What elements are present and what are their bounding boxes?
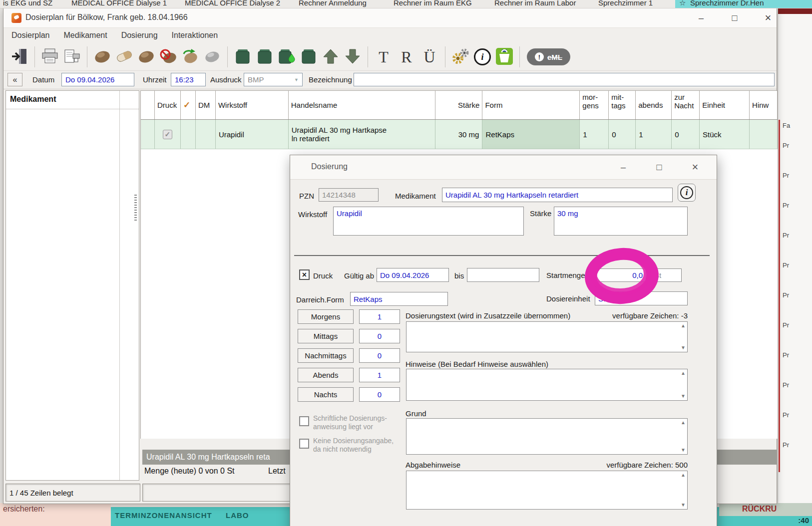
info-button[interactable]: i: [471, 45, 493, 68]
morgens-button[interactable]: Morgens: [298, 309, 354, 324]
gears-icon: [451, 47, 470, 67]
menge-label: Menge (heute) 0 von 0 St: [144, 467, 235, 476]
taskbar-tab-rechner-anmeldung[interactable]: Rechner Anmeldung: [299, 0, 367, 7]
tablet-recycle-button[interactable]: [179, 45, 201, 68]
close-button[interactable]: ×: [761, 11, 776, 25]
dosierungstext-textarea[interactable]: ▲ ▼: [406, 321, 688, 352]
datum-field[interactable]: Do 09.04.2026: [61, 73, 134, 86]
taskbar-tab-rechner-labor[interactable]: Rechner im Raum Labor: [494, 0, 576, 7]
abends-input[interactable]: 1: [359, 368, 400, 382]
mittags-button[interactable]: Mittags: [298, 329, 354, 343]
taskbar-tab-dialyse-2[interactable]: MEDICAL OFFICE Dialyse 2: [185, 0, 280, 7]
row-einheit-cell: Stück: [700, 120, 750, 149]
dialog-minimize-button[interactable]: –: [615, 160, 632, 174]
dialog-maximize-button[interactable]: □: [651, 160, 668, 174]
screen: ersicherten: TERMINZONENANSICHT LABO :40…: [0, 0, 812, 526]
basket-button[interactable]: [493, 45, 515, 68]
letter-u-button[interactable]: Ü: [418, 45, 441, 68]
dialog-titlebar: Dosierung – □ ×: [290, 155, 717, 180]
taskbar-tab-sprechzimmer-1[interactable]: Sprechzimmer 1: [598, 0, 653, 7]
minimize-button[interactable]: –: [694, 11, 709, 25]
menu-medikament[interactable]: Medikament: [63, 31, 107, 40]
collapse-button[interactable]: «: [7, 73, 22, 86]
capsule-button[interactable]: [113, 45, 135, 68]
taskbar-tab-dialyse-1[interactable]: MEDICAL OFFICE Dialyse 1: [71, 0, 167, 7]
grund-textarea[interactable]: ▲ ▼: [406, 418, 688, 455]
wirkstoff-field[interactable]: Urapidil: [333, 207, 524, 236]
letter-t-button[interactable]: T: [372, 45, 395, 68]
exit-button[interactable]: [8, 45, 30, 68]
bezeichnung-input[interactable]: [354, 73, 775, 86]
scroll-down-icon[interactable]: ▼: [681, 503, 686, 508]
scroll-up-icon[interactable]: ▲: [681, 323, 686, 328]
menu-dosierung[interactable]: Dosierung: [121, 31, 158, 40]
pzn-field[interactable]: 14214348: [319, 188, 379, 202]
folder-button-3[interactable]: [298, 45, 320, 68]
staerke-field[interactable]: 30 mg: [554, 207, 688, 236]
right-strip-label: Pr: [783, 381, 789, 389]
hinweise-textarea[interactable]: ▲ ▼: [406, 369, 688, 401]
col-einheit: Einheit: [700, 91, 750, 119]
arrow-down-icon: [344, 48, 362, 66]
scroll-down-icon[interactable]: ▼: [681, 448, 686, 453]
keine-dosierungsangabe-checkbox[interactable]: [299, 439, 309, 449]
taskbar-tab-sprechzimmer-dr[interactable]: Sprechzimmer Dr.Hen: [690, 0, 764, 7]
ausdruck-select[interactable]: BMP ▼: [244, 73, 303, 86]
morgens-input[interactable]: 1: [359, 309, 400, 324]
scroll-up-icon[interactable]: ▲: [681, 371, 686, 376]
uhrzeit-field[interactable]: 16:23: [171, 73, 206, 86]
folder-button-1[interactable]: [232, 45, 254, 68]
scroll-up-icon[interactable]: ▲: [681, 473, 686, 478]
move-down-button[interactable]: [342, 45, 364, 68]
scroll-down-icon[interactable]: ▼: [681, 394, 686, 399]
print-preview-button[interactable]: [61, 45, 83, 68]
medication-info-button[interactable]: i: [678, 184, 696, 202]
maximize-button[interactable]: □: [727, 11, 742, 25]
mittags-input[interactable]: 0: [359, 329, 400, 343]
druck-checkbox[interactable]: ×: [299, 269, 310, 280]
nachmittags-button[interactable]: Nachmittags: [298, 348, 354, 363]
dosierung-dialog: Dosierung – □ × PZN 14214348 Medikament …: [290, 155, 717, 526]
schriftliche-anweisung-checkbox[interactable]: [299, 416, 309, 426]
medikament-field[interactable]: Urapidil AL 30 mg Hartkapseln retardiert: [442, 188, 673, 202]
letter-r-button[interactable]: R: [395, 45, 418, 68]
nachmittags-input[interactable]: 0: [359, 348, 400, 363]
gueltig-ab-field[interactable]: Do 09.04.2026: [377, 268, 449, 282]
tablet-button-1[interactable]: [91, 45, 113, 68]
tablet-blocked-button[interactable]: [157, 45, 179, 68]
scroll-down-icon[interactable]: ▼: [681, 345, 686, 350]
chevron-down-icon: ▼: [294, 77, 299, 82]
tablet-button-2[interactable]: [135, 45, 157, 68]
druck-checkbox[interactable]: ✓: [163, 130, 172, 139]
taskbar-tab-rechner-ekg[interactable]: Rechner im Raum EKG: [394, 0, 472, 7]
right-strip-label: Fa: [783, 122, 790, 129]
eml-button[interactable]: ! eML: [527, 48, 570, 65]
table-row[interactable]: ✓ Urapidil Urapidil AL 30 mg Hartkapse l…: [141, 120, 778, 149]
grund-label: Grund: [406, 409, 426, 418]
scroll-up-icon[interactable]: ▲: [681, 420, 686, 425]
tablet-gray-button[interactable]: [201, 45, 223, 68]
right-strip-label: Pr: [783, 321, 789, 329]
dosiereinheit-field[interactable]: Stück: [595, 291, 688, 305]
folder-droplet-button[interactable]: [276, 45, 298, 68]
move-up-button[interactable]: [320, 45, 342, 68]
startmenge-unit-field[interactable]: St: [651, 268, 682, 282]
taskbar-tab-ekg-sz[interactable]: is EKG und SZ: [3, 0, 52, 7]
print-button[interactable]: [39, 45, 61, 68]
bis-field[interactable]: [467, 268, 539, 282]
abgabehinweise-textarea[interactable]: ▲ ▼: [406, 471, 688, 510]
settings-button[interactable]: [449, 45, 471, 68]
folder-button-2[interactable]: [254, 45, 276, 68]
dialog-title: Dosierung: [311, 162, 348, 171]
dialog-close-button[interactable]: ×: [687, 160, 704, 174]
menu-dosierplan[interactable]: Dosierplan: [11, 31, 49, 40]
col-druck: Druck: [155, 91, 181, 119]
nachts-button[interactable]: Nachts: [298, 387, 354, 402]
nachts-input[interactable]: 0: [359, 387, 400, 402]
darreichform-field[interactable]: RetKaps: [350, 292, 448, 306]
menu-interaktionen[interactable]: Interaktionen: [172, 31, 218, 40]
abends-button[interactable]: Abends: [298, 368, 354, 382]
splitter-handle[interactable]: [134, 195, 137, 221]
startmenge-field[interactable]: 0,0: [595, 268, 646, 282]
panel-column-divider: [119, 91, 120, 480]
